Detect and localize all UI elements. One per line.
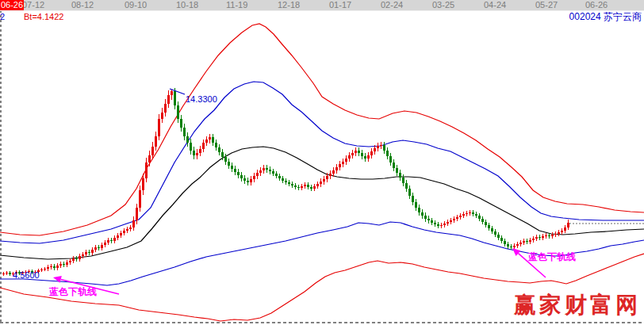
candle-body	[107, 240, 109, 243]
candle-body	[224, 157, 227, 162]
date-label: 04-24	[484, 1, 506, 10]
stock-code: 002024	[569, 11, 601, 22]
candle-body	[294, 185, 297, 187]
candle-body	[215, 143, 217, 147]
candle-body	[79, 256, 81, 259]
candle-body	[412, 196, 414, 202]
candle-body	[475, 214, 477, 216]
candle-body	[472, 212, 474, 214]
candle-body	[259, 170, 262, 173]
candle-body	[301, 186, 303, 188]
candle-body	[389, 156, 392, 162]
left-partial-label: 2	[0, 12, 5, 21]
candle-body	[507, 244, 509, 247]
candle-body	[85, 252, 87, 254]
candle-body	[196, 153, 198, 155]
candle-body	[358, 151, 360, 153]
date-label: 01-17	[329, 1, 351, 10]
low-price-label: 4.5600	[13, 270, 40, 280]
candle-body	[539, 237, 541, 238]
candle-body	[456, 217, 458, 219]
candle-body	[221, 152, 224, 157]
watermark: 赢家财富网	[514, 290, 641, 320]
candle-body	[535, 237, 538, 239]
candle-body	[504, 241, 506, 244]
candle-body	[180, 119, 182, 128]
candle-body	[519, 243, 522, 244]
candle-body	[450, 220, 452, 222]
candle-body	[370, 151, 373, 155]
stock-name: 苏宁云商	[604, 11, 642, 22]
candle-body	[237, 172, 240, 175]
candle-body	[164, 104, 167, 113]
stock-symbol-label: 002024 苏宁云商	[569, 12, 642, 21]
candle-body	[386, 151, 389, 156]
candle-body	[548, 235, 550, 236]
candle-body	[190, 143, 192, 151]
candle-body	[313, 186, 316, 189]
candle-body	[316, 184, 319, 186]
chart-canvas[interactable]	[0, 0, 644, 325]
candle-body	[218, 147, 220, 152]
candle-body	[240, 175, 243, 178]
candle-body	[148, 155, 151, 162]
candle-body	[434, 223, 436, 224]
candle-body	[193, 151, 195, 155]
candle-body	[6, 273, 8, 273]
candle-body	[66, 262, 68, 265]
candle-body	[554, 234, 557, 235]
candle-body	[243, 178, 246, 181]
candle-body	[136, 208, 138, 220]
candle-body	[469, 212, 471, 213]
candle-body	[437, 224, 439, 226]
candle-body	[174, 91, 176, 105]
candle-body	[355, 151, 357, 153]
candle-body	[104, 243, 106, 245]
candle-body	[297, 187, 300, 188]
candle-body	[342, 162, 344, 164]
candle-body	[186, 136, 189, 143]
candle-body	[263, 168, 265, 170]
blue-lower-band-callout-right: 蓝色下轨线	[528, 252, 576, 262]
candle-body	[155, 136, 157, 147]
candle-body	[351, 153, 354, 155]
candle-body	[158, 119, 160, 136]
current-date-badge: 06-26	[0, 0, 24, 10]
candle-body	[253, 176, 255, 179]
candle-body	[75, 258, 78, 259]
candle-body	[405, 183, 408, 189]
band-middle	[0, 147, 644, 259]
candle-body	[526, 241, 528, 242]
candle-body	[282, 178, 284, 181]
candle-body	[63, 264, 65, 265]
candle-body	[320, 182, 322, 184]
candle-body	[564, 228, 566, 231]
candle-body	[418, 208, 420, 212]
candle-body	[199, 149, 201, 153]
candle-body	[323, 179, 325, 182]
candle-body	[266, 168, 268, 170]
candle-body	[56, 266, 59, 268]
candle-body	[288, 182, 290, 184]
candle-body	[494, 231, 496, 235]
candle-body	[424, 216, 427, 219]
candle-body	[44, 269, 46, 270]
candle-body	[364, 156, 366, 159]
candle-body	[485, 222, 487, 225]
peak-price-label: 14.3300	[186, 94, 217, 104]
indicator-label: Bt=4.1422	[24, 12, 63, 21]
candle-body	[250, 179, 252, 182]
candle-body	[139, 190, 141, 208]
candle-body	[177, 105, 179, 119]
candle-body	[47, 267, 49, 269]
candle-body	[510, 247, 512, 247]
candle-body	[304, 185, 306, 186]
band-blue-upper	[0, 82, 644, 243]
candle-body	[402, 178, 404, 183]
candle-body	[228, 162, 230, 166]
date-label: 11-19	[226, 1, 247, 10]
candle-body	[94, 247, 97, 250]
candle-body	[453, 219, 455, 220]
candle-body	[269, 170, 271, 171]
candle-body	[532, 239, 535, 240]
